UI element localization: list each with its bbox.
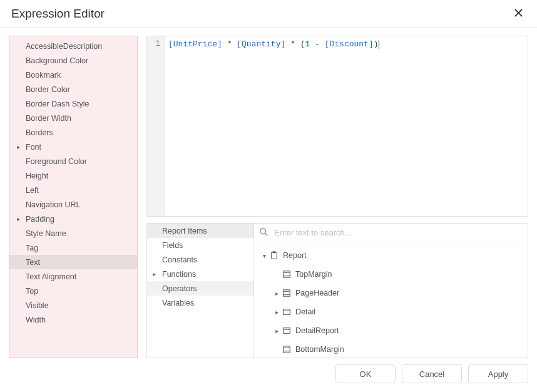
chevron-right-icon[interactable] bbox=[272, 290, 282, 297]
expand-icon bbox=[150, 271, 158, 277]
property-row[interactable]: Top bbox=[9, 284, 137, 298]
chevron-right-icon[interactable] bbox=[272, 309, 282, 316]
token-field: [UnitPrice] bbox=[168, 39, 222, 49]
property-row[interactable]: Style Name bbox=[9, 226, 137, 240]
property-label: Top bbox=[23, 287, 133, 296]
clipboard-icon bbox=[269, 250, 279, 260]
line-number: 1 bbox=[147, 39, 160, 48]
category-row[interactable]: Constants bbox=[147, 252, 253, 267]
chevron-down-icon[interactable] bbox=[259, 252, 269, 259]
expand-icon bbox=[13, 215, 23, 222]
property-row[interactable]: Height bbox=[9, 168, 137, 183]
code-line: [UnitPrice] * [Quantity] * (1 - [Discoun… bbox=[168, 39, 524, 50]
tree-node[interactable]: TopMargin bbox=[254, 265, 528, 284]
editor-gutter: 1 bbox=[147, 36, 165, 216]
token-op: - bbox=[310, 39, 324, 49]
tree-node[interactable]: Report bbox=[254, 246, 528, 265]
property-row[interactable]: Visible bbox=[9, 298, 137, 312]
category-row[interactable]: Operators bbox=[147, 281, 253, 296]
property-row[interactable]: Borders bbox=[9, 125, 137, 140]
property-label: Background Color bbox=[23, 56, 133, 65]
apply-button[interactable]: Apply bbox=[468, 364, 528, 383]
category-row[interactable]: Functions bbox=[147, 267, 253, 281]
property-label: Border Dash Style bbox=[23, 100, 133, 108]
property-label: Font bbox=[23, 143, 133, 152]
token-op: * ( bbox=[285, 39, 305, 49]
items-panel: ReportTopMarginPageHeaderDetailDetailRep… bbox=[254, 223, 528, 358]
category-row[interactable]: Variables bbox=[147, 296, 253, 310]
token-field: [Quantity] bbox=[237, 39, 285, 49]
svg-rect-6 bbox=[284, 271, 290, 278]
properties-panel[interactable]: AccessibleDescriptionBackground ColorBoo… bbox=[9, 36, 138, 358]
category-label: Report Items bbox=[158, 227, 207, 235]
property-label: Foreground Color bbox=[23, 157, 133, 166]
token-op: * bbox=[222, 39, 237, 49]
category-label: Functions bbox=[158, 270, 196, 279]
search-icon bbox=[259, 227, 268, 238]
property-label: Style Name bbox=[23, 229, 133, 238]
property-label: Border Color bbox=[23, 85, 133, 94]
box-icon bbox=[282, 307, 292, 317]
dialog-footer: OK Cancel Apply bbox=[0, 364, 537, 392]
property-row[interactable]: Border Dash Style bbox=[9, 96, 137, 111]
property-row[interactable]: Navigation URL bbox=[9, 197, 137, 212]
band-icon bbox=[282, 288, 292, 298]
tree-node[interactable]: Detail bbox=[254, 302, 528, 321]
tree-node[interactable]: BottomMargin bbox=[254, 340, 528, 358]
ok-button[interactable]: OK bbox=[335, 364, 396, 383]
category-list[interactable]: Report ItemsFieldsConstantsFunctionsOper… bbox=[146, 223, 254, 358]
property-label: Width bbox=[23, 316, 133, 324]
tree-node[interactable]: PageHeader bbox=[254, 284, 528, 302]
property-label: Navigation URL bbox=[23, 200, 133, 209]
item-browser: Report ItemsFieldsConstantsFunctionsOper… bbox=[146, 223, 528, 358]
tree-node-label: TopMargin bbox=[295, 270, 332, 279]
property-row[interactable]: Width bbox=[9, 312, 137, 327]
close-button[interactable] bbox=[511, 6, 526, 21]
code-area[interactable]: [UnitPrice] * [Quantity] * (1 - [Discoun… bbox=[165, 36, 528, 216]
tree-node[interactable]: DetailReport bbox=[254, 321, 528, 340]
category-row[interactable]: Fields bbox=[147, 238, 253, 252]
dialog-title: Expression Editor bbox=[11, 7, 105, 21]
property-row[interactable]: Border Color bbox=[9, 82, 137, 96]
property-row[interactable]: AccessibleDescription bbox=[9, 39, 137, 53]
property-row[interactable]: Left bbox=[9, 183, 137, 197]
search-row bbox=[254, 224, 528, 242]
svg-rect-9 bbox=[284, 290, 290, 297]
tree-node-label: Report bbox=[283, 251, 307, 260]
property-row[interactable]: Background Color bbox=[9, 53, 137, 68]
band-icon bbox=[282, 269, 292, 279]
property-row[interactable]: Bookmark bbox=[9, 68, 137, 82]
expression-editor[interactable]: 1 [UnitPrice] * [Quantity] * (1 - [Disco… bbox=[146, 36, 528, 217]
svg-line-3 bbox=[265, 234, 268, 236]
property-label: Bookmark bbox=[23, 71, 133, 80]
svg-rect-14 bbox=[284, 328, 290, 334]
search-input[interactable] bbox=[273, 227, 523, 238]
chevron-right-icon[interactable] bbox=[272, 328, 282, 334]
property-row[interactable]: Padding bbox=[9, 212, 137, 226]
property-row[interactable]: Text Alignment bbox=[9, 269, 137, 284]
box-icon bbox=[282, 326, 292, 336]
title-bar: Expression Editor bbox=[0, 0, 537, 28]
cancel-button[interactable]: Cancel bbox=[402, 364, 462, 383]
property-label: Text Alignment bbox=[23, 272, 133, 281]
category-label: Constants bbox=[158, 255, 197, 264]
property-row[interactable]: Tag bbox=[9, 240, 137, 255]
report-tree[interactable]: ReportTopMarginPageHeaderDetailDetailRep… bbox=[254, 242, 528, 358]
svg-rect-16 bbox=[284, 346, 290, 353]
expand-icon bbox=[13, 143, 23, 150]
svg-rect-5 bbox=[273, 252, 275, 253]
property-label: Text bbox=[23, 258, 133, 267]
property-row[interactable]: Foreground Color bbox=[9, 154, 137, 168]
property-row[interactable]: Text bbox=[9, 255, 137, 269]
right-column: 1 [UnitPrice] * [Quantity] * (1 - [Disco… bbox=[146, 36, 528, 358]
category-label: Fields bbox=[158, 241, 183, 250]
property-label: Height bbox=[23, 172, 133, 180]
property-label: Left bbox=[23, 186, 133, 195]
dialog-body: AccessibleDescriptionBackground ColorBoo… bbox=[0, 28, 537, 364]
close-icon bbox=[514, 8, 523, 19]
property-row[interactable]: Border Width bbox=[9, 111, 137, 125]
svg-rect-12 bbox=[284, 309, 290, 315]
category-label: Operators bbox=[158, 284, 197, 293]
category-row[interactable]: Report Items bbox=[147, 224, 253, 238]
property-row[interactable]: Font bbox=[9, 140, 137, 154]
